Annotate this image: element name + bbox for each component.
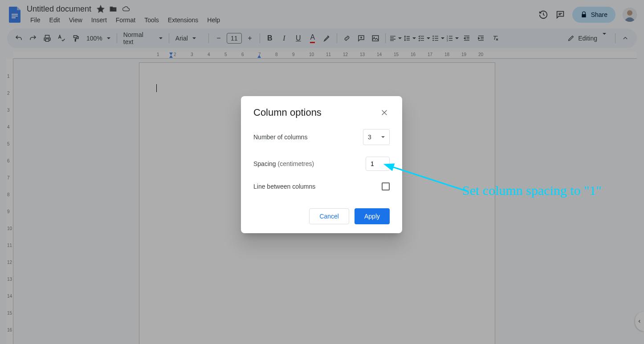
docs-logo[interactable] bbox=[7, 7, 23, 23]
menu-extensions[interactable]: Extensions bbox=[164, 15, 202, 25]
star-icon[interactable] bbox=[97, 5, 105, 13]
spacing-label: Spacing (centimetres) bbox=[253, 160, 314, 167]
vertical-ruler[interactable]: 12345678910111213141516 bbox=[6, 59, 13, 344]
font-size-increase[interactable]: + bbox=[244, 32, 256, 45]
font-value: Arial bbox=[175, 35, 188, 42]
indent-decrease-button[interactable] bbox=[461, 32, 473, 45]
font-size-value: 11 bbox=[231, 35, 238, 42]
dialog-close-button[interactable] bbox=[379, 107, 390, 118]
num-columns-value: 3 bbox=[368, 134, 371, 141]
menu-bar: File Edit View Insert Format Tools Exten… bbox=[27, 15, 538, 25]
history-icon[interactable] bbox=[538, 10, 548, 20]
lock-icon bbox=[580, 11, 587, 18]
text-color-button[interactable]: A bbox=[306, 32, 319, 45]
svg-rect-0 bbox=[12, 14, 18, 15]
editing-mode-select[interactable]: Editing bbox=[562, 35, 611, 42]
add-comment-button[interactable] bbox=[355, 32, 367, 45]
apply-label: Apply bbox=[364, 213, 380, 220]
svg-marker-18 bbox=[169, 55, 173, 58]
cloud-icon[interactable] bbox=[122, 5, 130, 13]
menu-edit[interactable]: Edit bbox=[46, 15, 64, 25]
spacing-label-text: Spacing bbox=[253, 160, 277, 167]
menu-view[interactable]: View bbox=[65, 15, 86, 25]
num-columns-select[interactable]: 3 bbox=[363, 129, 390, 145]
toolbar: 100% Normal text Arial − 11 + B I U A 12… bbox=[7, 28, 637, 48]
menu-help[interactable]: Help bbox=[204, 15, 224, 25]
cancel-label: Cancel bbox=[319, 213, 339, 220]
svg-point-8 bbox=[432, 38, 434, 39]
line-spacing-button[interactable] bbox=[404, 32, 416, 45]
text-cursor bbox=[156, 84, 157, 92]
pencil-icon bbox=[567, 35, 575, 42]
move-icon[interactable] bbox=[109, 5, 117, 13]
menu-insert[interactable]: Insert bbox=[88, 15, 110, 25]
checklist-button[interactable] bbox=[418, 32, 430, 45]
paint-format-button[interactable] bbox=[69, 32, 82, 45]
menu-tools[interactable]: Tools bbox=[141, 15, 163, 25]
document-title[interactable]: Untitled document bbox=[27, 4, 91, 14]
font-size-decrease[interactable]: − bbox=[212, 32, 225, 45]
numbered-list-button[interactable]: 123 bbox=[446, 32, 459, 45]
user-avatar[interactable] bbox=[623, 8, 637, 22]
title-area: Untitled document File Edit View Insert … bbox=[27, 4, 538, 25]
share-button[interactable]: Share bbox=[572, 7, 615, 23]
num-columns-label: Number of columns bbox=[253, 134, 307, 141]
print-button[interactable] bbox=[41, 32, 53, 45]
share-label: Share bbox=[591, 11, 607, 18]
align-button[interactable] bbox=[389, 32, 402, 45]
svg-point-9 bbox=[432, 40, 434, 41]
svg-rect-1 bbox=[12, 16, 18, 16]
svg-point-4 bbox=[627, 10, 632, 16]
mode-label: Editing bbox=[578, 35, 597, 42]
apply-button[interactable]: Apply bbox=[355, 208, 390, 224]
zoom-select[interactable]: 100% bbox=[84, 35, 113, 42]
style-value: Normal text bbox=[123, 31, 155, 45]
horizontal-ruler[interactable]: 1234567891011121314151617181920 bbox=[13, 52, 637, 59]
clear-format-button[interactable] bbox=[489, 32, 501, 45]
svg-point-6 bbox=[374, 37, 375, 38]
close-icon bbox=[381, 109, 388, 116]
link-button[interactable] bbox=[341, 32, 353, 45]
italic-button[interactable]: I bbox=[278, 32, 290, 45]
spacing-input[interactable] bbox=[366, 157, 390, 171]
paragraph-style-select[interactable]: Normal text bbox=[121, 31, 165, 45]
bullet-list-button[interactable] bbox=[432, 32, 444, 45]
app-header: Untitled document File Edit View Insert … bbox=[0, 0, 644, 27]
cancel-button[interactable]: Cancel bbox=[309, 208, 349, 224]
svg-point-7 bbox=[432, 36, 434, 37]
svg-rect-2 bbox=[12, 17, 16, 18]
menu-file[interactable]: File bbox=[27, 15, 44, 25]
underline-button[interactable]: U bbox=[292, 32, 305, 45]
spacing-unit: (centimetres) bbox=[277, 160, 314, 167]
menu-format[interactable]: Format bbox=[112, 15, 139, 25]
font-size-input[interactable]: 11 bbox=[227, 33, 242, 44]
comments-icon[interactable] bbox=[555, 10, 565, 20]
dialog-title: Column options bbox=[253, 107, 322, 118]
bold-button[interactable]: B bbox=[264, 32, 276, 45]
svg-text:3: 3 bbox=[446, 39, 448, 42]
undo-button[interactable] bbox=[12, 32, 25, 45]
redo-button[interactable] bbox=[27, 32, 39, 45]
svg-marker-17 bbox=[169, 53, 173, 55]
line-between-checkbox[interactable] bbox=[382, 182, 390, 190]
line-between-label: Line between columns bbox=[253, 183, 315, 190]
highlight-button[interactable] bbox=[321, 32, 333, 45]
insert-image-button[interactable] bbox=[369, 32, 382, 45]
spellcheck-button[interactable] bbox=[55, 32, 68, 45]
font-select[interactable]: Arial bbox=[173, 35, 205, 42]
column-options-dialog: Column options Number of columns 3 Spaci… bbox=[241, 96, 402, 233]
collapse-toolbar-button[interactable] bbox=[619, 32, 632, 45]
indent-increase-button[interactable] bbox=[475, 32, 487, 45]
zoom-value: 100% bbox=[86, 35, 102, 42]
